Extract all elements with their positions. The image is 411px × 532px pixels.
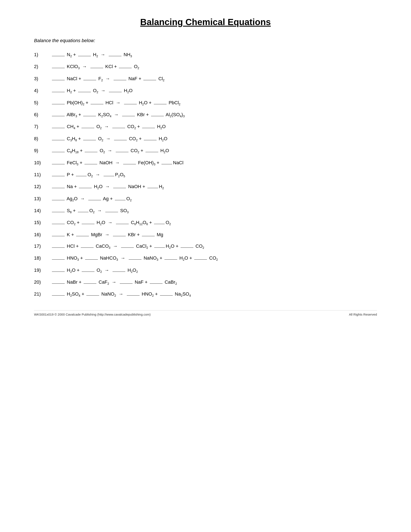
- eq-content-12: Na + H2O → NaOH + H2: [51, 184, 164, 190]
- blank: [52, 284, 65, 284]
- equation-15: 15) CO2 + H2O → C6H12O6 + O2: [34, 220, 377, 226]
- blank: [91, 104, 103, 104]
- blank: [150, 284, 163, 284]
- eq-content-2: KClO3 → KCl + O2: [51, 64, 139, 70]
- eq-content-3: NaCl + F2 → NaF + Cl2: [51, 76, 164, 82]
- equation-16: 16) K + MgBr → KBr + Mg: [34, 232, 377, 238]
- page-title: Balancing Chemical Equations: [34, 17, 377, 27]
- blank: [52, 128, 65, 128]
- blank: [142, 128, 155, 128]
- blank: [120, 284, 132, 284]
- eq-content-4: H2 + O2 → H2O: [51, 88, 132, 94]
- eq-number-21: 21): [34, 291, 51, 297]
- blank: [52, 247, 65, 248]
- eq-content-20: NaBr + CaF2 → NaF + CaBr2: [51, 279, 177, 285]
- blank: [83, 140, 96, 140]
- blank: [52, 92, 65, 92]
- eq-content-13: Ag2O → Ag + O2: [51, 196, 132, 202]
- blank: [82, 128, 94, 128]
- blank: [52, 80, 65, 80]
- blank: [119, 68, 132, 68]
- blank: [181, 247, 193, 248]
- blank: [109, 56, 121, 56]
- eq-number-15: 15): [34, 220, 51, 225]
- equation-17: 17) HCl + CaCO3 → CaCl2 + H2O + CO2: [34, 243, 377, 249]
- equation-1: 1) N2 + H2 → NH3: [34, 52, 377, 58]
- equation-8: 8) C3H8 + O2 → CO2 + H2O: [34, 136, 377, 142]
- eq-number-9: 9): [34, 148, 51, 153]
- eq-number-8: 8): [34, 136, 51, 142]
- equation-21: 21) H2SO4 + NaNO2 → HNO2 + Na2SO4: [34, 291, 377, 297]
- equation-10: 10) FeCl3 + NaOH → Fe(OH)3 + NaCl: [34, 160, 377, 166]
- eq-number-10: 10): [34, 160, 51, 166]
- blank: [116, 224, 129, 224]
- blank: [52, 212, 65, 212]
- blank: [83, 116, 96, 116]
- equation-4: 4) H2 + O2 → H2O: [34, 88, 377, 94]
- eq-content-10: FeCl3 + NaOH → Fe(OH)3 + NaCl: [51, 160, 183, 166]
- blank: [78, 56, 91, 56]
- blank: [88, 200, 101, 200]
- eq-content-17: HCl + CaCO3 → CaCl2 + H2O + CO2: [51, 243, 204, 249]
- blank: [52, 224, 65, 224]
- eq-number-2: 2): [34, 64, 51, 69]
- blank: [144, 140, 157, 140]
- blank: [76, 176, 87, 176]
- blank: [78, 212, 88, 212]
- blank: [82, 272, 94, 272]
- equation-7: 7) CH4 + O2 → CO2 + H2O: [34, 124, 377, 130]
- blank: [52, 152, 65, 152]
- eq-number-12: 12): [34, 184, 51, 190]
- eq-content-5: Pb(OH)2 + HCl → H2O + PbCl2: [51, 100, 180, 106]
- blank: [164, 259, 177, 260]
- footer-right: All Rights Reserved: [349, 313, 377, 316]
- equation-9: 9) C8H18 + O2 → CO2 + H2O: [34, 148, 377, 154]
- equation-11: 11) P + O2 → P2O5: [34, 172, 377, 178]
- eq-content-1: N2 + H2 → NH3: [51, 52, 132, 58]
- equation-12: 12) Na + H2O → NaOH + H2: [34, 184, 377, 190]
- blank: [151, 116, 164, 116]
- eq-content-18: HNO3 + NaHCO3 → NaNO3 + H2O + CO2: [51, 255, 218, 261]
- eq-number-7: 7): [34, 124, 51, 129]
- equation-6: 6) AlBr3 + K2SO4 → KBr + Al2(SO4)3: [34, 112, 377, 118]
- blank: [154, 224, 165, 224]
- blank: [129, 259, 141, 260]
- blank: [124, 104, 137, 104]
- equation-3: 3) NaCl + F2 → NaF + Cl2: [34, 76, 377, 82]
- footer-left: WKS001x019 © 2000 Cavalcade Publishing (…: [34, 313, 151, 316]
- eq-content-14: S8 + O2 → SO3: [51, 208, 129, 214]
- blank: [85, 152, 97, 152]
- instructions-text: Balance the equations below:: [34, 38, 377, 43]
- blank: [82, 224, 94, 224]
- blank: [121, 247, 134, 248]
- equation-19: 19) H2O + O2 → H2O2: [34, 267, 377, 274]
- blank: [78, 92, 91, 92]
- blank: [115, 200, 125, 200]
- eq-content-16: K + MgBr → KBr + Mg: [51, 232, 163, 238]
- blank: [122, 116, 135, 116]
- eq-content-9: C8H18 + O2 → CO2 + H2O: [51, 148, 169, 154]
- eq-content-6: AlBr3 + K2SO4 → KBr + Al2(SO4)3: [51, 112, 185, 118]
- eq-number-16: 16): [34, 232, 51, 238]
- eq-number-1: 1): [34, 52, 51, 57]
- blank: [52, 188, 65, 188]
- blank: [52, 56, 65, 56]
- blank: [114, 80, 126, 80]
- eq-number-11: 11): [34, 172, 51, 178]
- blank: [114, 140, 127, 140]
- blank: [79, 188, 92, 188]
- eq-number-18: 18): [34, 255, 51, 261]
- eq-content-8: C3H8 + O2 → CO2 + H2O: [51, 136, 168, 142]
- blank: [52, 200, 65, 200]
- blank: [52, 68, 65, 68]
- blank: [194, 259, 207, 260]
- blank: [52, 272, 65, 272]
- eq-number-3: 3): [34, 76, 51, 82]
- eq-content-15: CO2 + H2O → C6H12O6 + O2: [51, 220, 171, 226]
- blank: [147, 188, 158, 188]
- equation-14: 14) S8 + O2 → SO3: [34, 208, 377, 214]
- blank: [103, 176, 114, 176]
- eq-number-13: 13): [34, 196, 51, 201]
- blank: [154, 104, 167, 104]
- blank: [76, 236, 89, 236]
